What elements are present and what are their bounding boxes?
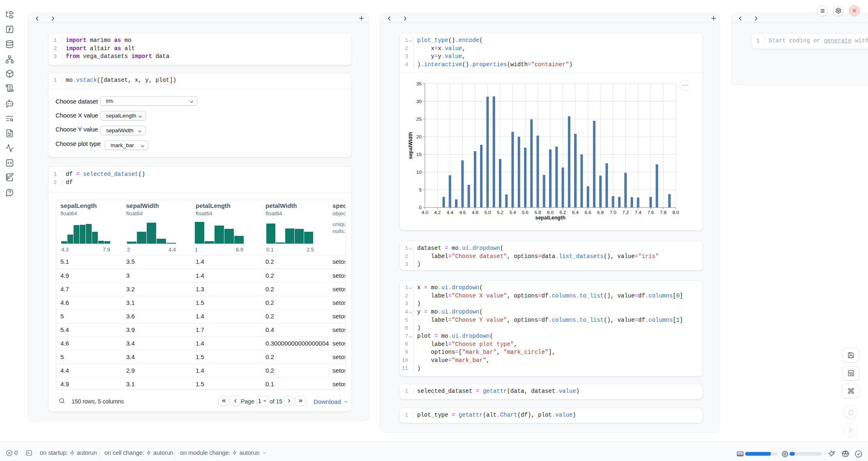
svg-text:7.2: 7.2 (622, 210, 629, 215)
svg-text:sepalLength: sepalLength (535, 215, 566, 221)
svg-text:15: 15 (416, 152, 422, 157)
svg-text:4.6: 4.6 (459, 210, 466, 215)
svg-text:5.4: 5.4 (509, 210, 516, 215)
svg-text:5.2: 5.2 (497, 210, 503, 215)
svg-text:35: 35 (416, 81, 422, 86)
svg-text:sepalWidth: sepalWidth (408, 132, 413, 159)
svg-text:6.6: 6.6 (585, 210, 591, 215)
svg-text:7.0: 7.0 (610, 210, 616, 215)
svg-text:6.2: 6.2 (560, 210, 566, 215)
svg-text:5.0: 5.0 (484, 210, 491, 215)
svg-text:7.6: 7.6 (647, 210, 654, 215)
svg-text:6.0: 6.0 (547, 210, 554, 215)
svg-text:6.8: 6.8 (597, 210, 604, 215)
svg-text:4.4: 4.4 (447, 210, 454, 215)
svg-text:5.8: 5.8 (535, 210, 541, 215)
svg-text:10: 10 (416, 170, 422, 175)
svg-text:0: 0 (419, 205, 421, 210)
svg-text:8.0: 8.0 (672, 210, 679, 215)
svg-text:7.4: 7.4 (635, 210, 642, 215)
svg-text:4.2: 4.2 (434, 210, 441, 215)
svg-text:6.4: 6.4 (572, 210, 579, 215)
svg-text:30: 30 (416, 99, 422, 104)
svg-text:7.8: 7.8 (660, 210, 667, 215)
svg-text:25: 25 (416, 117, 422, 122)
svg-text:5: 5 (419, 187, 421, 192)
svg-text:5.6: 5.6 (522, 210, 529, 215)
svg-text:4.0: 4.0 (422, 210, 428, 215)
svg-text:4.8: 4.8 (472, 210, 478, 215)
svg-text:20: 20 (416, 134, 422, 139)
